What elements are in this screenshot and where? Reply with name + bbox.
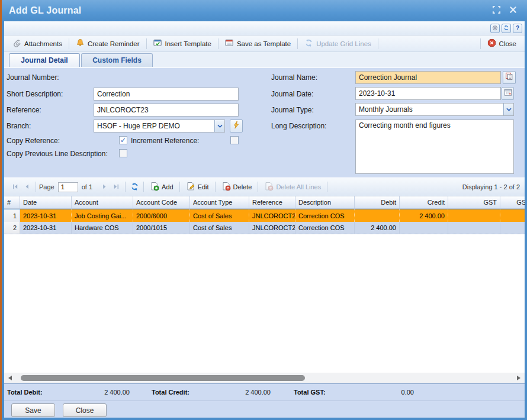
save-button[interactable]: Save [11,403,55,417]
branch-lookup-button[interactable] [230,119,243,133]
reference-cell[interactable]: JNLCOROCT23 [249,209,295,222]
add-line-button[interactable]: Add [147,180,176,193]
page-input[interactable] [58,182,78,192]
delete-all-lines-button[interactable]: Delete All Lines [261,180,324,193]
tab-custom-fields[interactable]: Custom Fields [81,53,153,67]
update-grid-lines-label: Update Grid Lines [316,40,371,47]
journal-type-label: Journal Type: [271,106,314,114]
column-header-debit[interactable]: Debit [355,196,400,208]
column-header-description[interactable]: Description [295,196,355,208]
help-button[interactable]: ? [513,24,522,33]
debit-cell[interactable]: 2 400.00 [355,222,400,234]
dialog-titlebar: Add GL Journal [2,0,527,21]
account-code-cell[interactable]: 2000/6000 [133,209,190,222]
attachments-button[interactable]: Attachments [9,37,66,50]
gst-amount-cell[interactable] [500,222,525,234]
long-description-textarea[interactable]: Correcting month end figures [355,119,514,174]
tab-custom-fields-label: Custom Fields [92,56,142,64]
lightning-icon [232,121,240,131]
toolbar-separator [378,38,378,49]
create-reminder-button[interactable]: Create Reminder [72,37,143,50]
next-page-button[interactable] [98,181,110,193]
toolbar-separator [125,182,126,192]
maximize-icon [492,5,501,17]
column-header-credit[interactable]: Credit [400,196,448,208]
save-as-template-icon [225,38,234,49]
last-page-button[interactable] [110,181,122,193]
account-code-cell[interactable]: 2000/1015 [133,222,190,234]
column-header-gst[interactable]: GST [448,196,500,208]
gst-cell[interactable] [448,209,500,222]
date-cell[interactable]: 2023-10-31 [20,222,72,234]
account-type-cell[interactable]: Cost of Sales [190,209,249,222]
reference-cell[interactable]: JNLCOROCT23 [249,222,295,234]
column-header-account-type[interactable]: Account Type [190,196,249,208]
close-button[interactable] [507,5,519,17]
credit-cell[interactable]: 2 400.00 [400,209,448,222]
journal-type-select[interactable]: Monthly Journals [355,103,514,116]
delete-line-button[interactable]: Delete [218,180,255,193]
gst-amount-cell[interactable] [500,209,525,222]
scroll-right-button[interactable] [514,373,523,383]
insert-template-button[interactable]: Insert Template [150,37,215,50]
short-description-input[interactable] [94,88,239,101]
journal-date-calendar-button[interactable] [502,87,514,100]
column-header-gst-amount[interactable]: GST Amount [500,196,525,208]
account-cell[interactable]: Job Costing Gai... [72,209,133,222]
scrollbar-thumb[interactable] [21,375,305,381]
account-cell[interactable]: Hardware COS [72,222,133,234]
credit-cell[interactable] [400,222,448,234]
copy-reference-checkbox[interactable] [119,136,127,144]
edit-label: Edit [198,183,209,190]
create-reminder-label: Create Reminder [88,40,140,47]
account-type-cell[interactable]: Cost of Sales [190,222,249,234]
help-icon: ? [516,25,519,31]
description-cell[interactable]: Correction COS [295,222,355,234]
total-gst-label: Total GST: [294,389,326,396]
toolbar-close-button[interactable]: Close [484,37,520,50]
settings-gear-icon [492,25,498,32]
journal-name-label: Journal Name: [271,73,317,82]
gst-cell[interactable] [448,222,500,234]
table-row-selected[interactable]: 1 2023-10-31 Job Costing Gai... 2000/600… [4,209,525,222]
journal-date-input[interactable] [355,87,501,100]
horizontal-scrollbar[interactable] [4,373,525,383]
short-description-label: Short Description: [7,90,63,98]
grid-refresh-button[interactable] [128,181,140,193]
scroll-left-icon [8,376,12,380]
chevron-down-icon [214,120,224,132]
debit-cell[interactable] [355,209,400,222]
journal-detail-panel: Journal Number: Short Description: Refer… [4,67,525,177]
column-header-num[interactable]: # [4,196,20,208]
first-page-icon [11,183,19,192]
toolbar-separator [143,182,144,192]
prev-page-button[interactable] [21,181,33,193]
tab-journal-detail[interactable]: Journal Detail [9,53,80,67]
column-header-account[interactable]: Account [72,196,133,208]
save-as-template-button[interactable]: Save as Template [221,37,294,50]
edit-line-button[interactable]: Edit [183,180,212,193]
increment-reference-checkbox[interactable] [230,136,239,144]
copy-previous-line-checkbox[interactable] [119,149,127,157]
reference-input[interactable] [94,104,239,117]
insert-template-icon [153,38,162,49]
refresh-button[interactable] [502,24,511,33]
footer-close-button[interactable]: Close [63,403,107,417]
column-header-account-code[interactable]: Account Code [133,196,190,208]
journal-name-lookup-button[interactable] [503,71,516,84]
settings-button[interactable] [490,24,500,33]
column-header-date[interactable]: Date [20,196,72,208]
first-page-button[interactable] [9,181,21,193]
column-header-reference[interactable]: Reference [249,196,295,208]
journal-name-input[interactable] [355,71,501,84]
total-debit-label: Total Debit: [7,389,43,396]
update-grid-lines-button[interactable]: Update Grid Lines [301,37,375,50]
branch-select[interactable]: HSOF - Huge ERP DEMO [94,119,225,133]
date-cell[interactable]: 2023-10-31 [20,209,72,222]
maximize-button[interactable] [490,5,502,17]
page-of-label: of 1 [82,183,92,190]
table-row[interactable]: 2 2023-10-31 Hardware COS 2000/1015 Cost… [4,222,525,234]
scroll-left-button[interactable] [5,373,15,383]
copy-document-icon [505,72,513,83]
description-cell[interactable]: Correction COS [295,209,355,222]
